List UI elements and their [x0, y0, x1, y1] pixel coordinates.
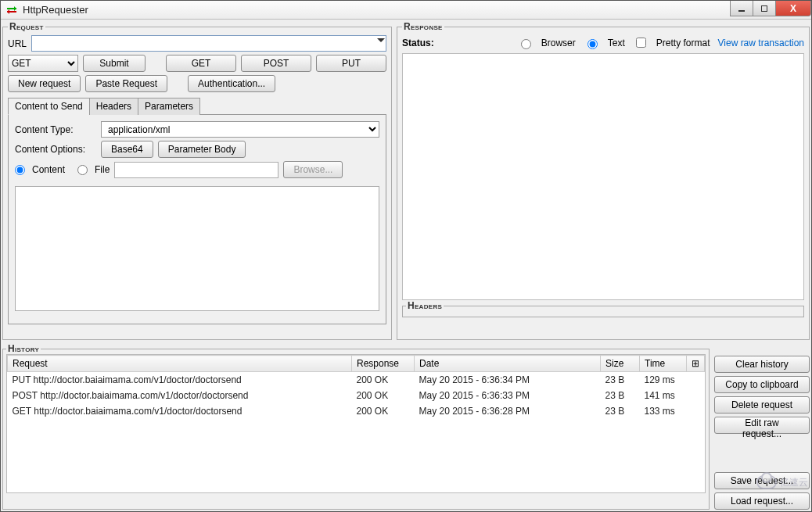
history-panel: History Request Response Date Size Time …	[2, 343, 710, 510]
clear-history-button[interactable]: Clear history	[714, 356, 810, 373]
delete-request-button[interactable]: Delete request	[714, 396, 810, 414]
request-body-textarea[interactable]	[15, 186, 379, 311]
method-select[interactable]: GET	[8, 55, 78, 72]
paste-request-button[interactable]: Paste Request	[85, 75, 167, 92]
maximize-button[interactable]	[753, 1, 776, 16]
tab-content-panel: Content Type: application/xml Content Op…	[8, 115, 386, 324]
response-panel: Response Status: Browser Text Pretty for…	[397, 21, 810, 340]
new-request-button[interactable]: New request	[8, 75, 81, 92]
table-row[interactable]: PUT http://doctor.baiaimama.com/v1/docto…	[8, 372, 705, 388]
history-legend: History	[6, 343, 41, 354]
request-tabs: Content to Send Headers Parameters	[8, 97, 386, 115]
browse-button[interactable]: Browse...	[283, 161, 343, 178]
minimize-button[interactable]	[730, 1, 753, 16]
content-radio[interactable]	[15, 165, 25, 175]
base64-button[interactable]: Base64	[101, 141, 153, 158]
tab-headers[interactable]: Headers	[89, 98, 138, 115]
app-window: HttpRequester X Request URL GET	[0, 0, 812, 512]
copy-clipboard-button[interactable]: Copy to clipboard	[714, 376, 810, 393]
col-picker[interactable]: ⊞	[687, 356, 705, 372]
text-mode-label: Text	[608, 38, 625, 48]
response-legend: Response	[402, 21, 444, 32]
url-input[interactable]	[31, 35, 386, 52]
tab-parameters[interactable]: Parameters	[138, 98, 200, 115]
save-request-button[interactable]: Save request...	[714, 472, 810, 489]
file-radio-label: File	[95, 164, 110, 175]
app-title: HttpRequester	[23, 4, 88, 16]
col-request[interactable]: Request	[8, 356, 352, 372]
history-table[interactable]: Request Response Date Size Time ⊞ PUT ht…	[7, 355, 705, 419]
table-row[interactable]: POST http://doctor.baiaimama.com/v1/doct…	[8, 388, 705, 403]
quick-post-button[interactable]: POST	[241, 55, 311, 72]
col-size[interactable]: Size	[601, 356, 640, 372]
quick-get-button[interactable]: GET	[166, 55, 236, 72]
content-radio-label: Content	[32, 164, 65, 175]
tab-content-to-send[interactable]: Content to Send	[8, 98, 90, 115]
url-label: URL	[8, 38, 27, 49]
edit-raw-request-button[interactable]: Edit raw request...	[714, 417, 810, 434]
app-icon	[5, 4, 18, 16]
status-label: Status:	[402, 38, 434, 48]
content-type-select[interactable]: application/xml	[101, 121, 379, 138]
close-button[interactable]: X	[775, 1, 811, 16]
col-response[interactable]: Response	[352, 356, 415, 372]
col-time[interactable]: Time	[640, 356, 687, 372]
history-side-buttons: Clear history Copy to clipboard Delete r…	[714, 343, 810, 510]
response-headers-panel: Headers	[402, 300, 804, 317]
quick-put-button[interactable]: PUT	[316, 55, 386, 72]
request-legend: Request	[8, 21, 45, 32]
browser-mode-radio[interactable]	[521, 39, 531, 49]
content-type-label: Content Type:	[15, 124, 96, 135]
file-path-input[interactable]	[114, 162, 278, 178]
pretty-format-checkbox[interactable]	[636, 38, 646, 48]
submit-button[interactable]: Submit	[83, 55, 146, 72]
response-body[interactable]	[402, 53, 804, 300]
request-panel: Request URL GET Submit GET POST	[2, 21, 392, 340]
load-request-button[interactable]: Load request...	[714, 492, 810, 510]
view-raw-link[interactable]: View raw transaction	[718, 38, 805, 48]
response-headers-legend: Headers	[406, 300, 444, 311]
file-radio[interactable]	[77, 165, 88, 175]
pretty-format-label: Pretty format	[656, 38, 710, 48]
text-mode-radio[interactable]	[587, 39, 598, 49]
titlebar[interactable]: HttpRequester X	[1, 1, 811, 20]
content-options-label: Content Options:	[15, 144, 96, 155]
parameter-body-button[interactable]: Parameter Body	[158, 141, 246, 158]
browser-mode-label: Browser	[541, 38, 576, 48]
table-row[interactable]: GET http://doctor.baiaimama.com/v1/docto…	[8, 403, 705, 419]
authentication-button[interactable]: Authentication...	[188, 75, 275, 92]
col-date[interactable]: Date	[415, 356, 601, 372]
